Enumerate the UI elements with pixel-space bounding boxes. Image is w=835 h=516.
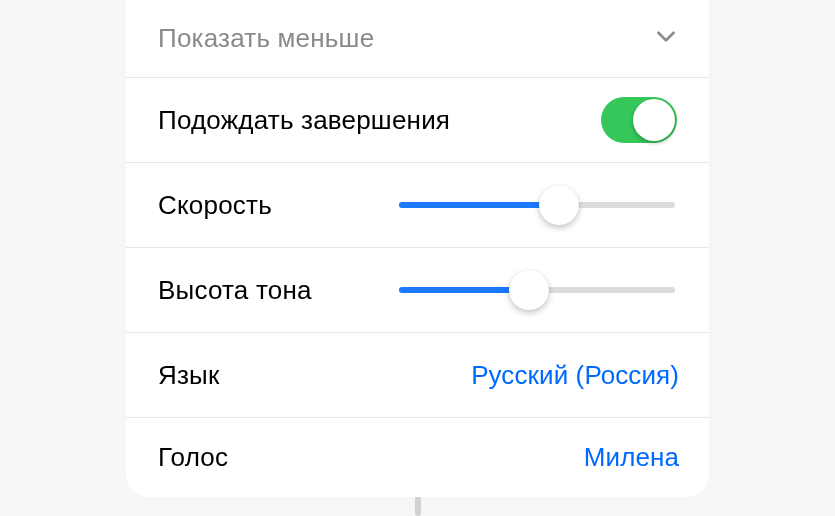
toggle-knob [633, 99, 675, 141]
language-row[interactable]: Язык Русский (Россия) [126, 332, 709, 417]
chevron-down-icon [653, 23, 679, 53]
voice-label: Голос [158, 442, 228, 473]
language-label: Язык [158, 360, 220, 391]
pitch-row: Высота тона [126, 247, 709, 332]
speed-slider[interactable] [399, 202, 675, 208]
voice-value: Милена [584, 442, 679, 473]
slider-fill [399, 202, 559, 208]
collapse-row[interactable]: Показать меньше [126, 0, 709, 77]
slider-track [399, 202, 675, 208]
settings-card: Показать меньше Подождать завершения Ско… [126, 0, 709, 497]
wait-completion-toggle[interactable] [601, 97, 677, 143]
speed-row: Скорость [126, 162, 709, 247]
pitch-label: Высота тона [158, 275, 312, 306]
pitch-slider[interactable] [399, 287, 675, 293]
collapse-label: Показать меньше [158, 23, 374, 54]
language-value: Русский (Россия) [471, 360, 679, 391]
wait-completion-label: Подождать завершения [158, 105, 450, 136]
slider-thumb[interactable] [509, 270, 549, 310]
flow-connector [415, 495, 421, 516]
voice-row[interactable]: Голос Милена [126, 417, 709, 497]
slider-thumb[interactable] [539, 185, 579, 225]
speed-label: Скорость [158, 190, 272, 221]
wait-completion-row: Подождать завершения [126, 77, 709, 162]
